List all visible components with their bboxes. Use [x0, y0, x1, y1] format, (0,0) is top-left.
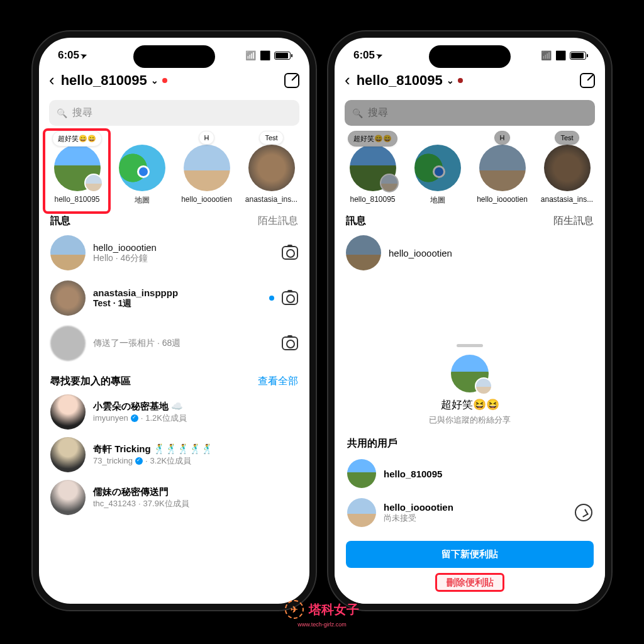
note-item-map: 地圖 [406, 133, 469, 206]
status-time: 6:05 [353, 49, 382, 62]
user-name: hello_810095 [384, 469, 442, 479]
messages-section-header: 訊息 陌生訊息 [39, 206, 309, 230]
search-icon [57, 108, 67, 119]
sheet-subtitle: 已與你追蹤的粉絲分享 [335, 414, 605, 426]
msg-name: hello_iooootien [389, 248, 594, 258]
notch [133, 45, 215, 68]
camera-icon[interactable] [282, 291, 298, 305]
back-button[interactable]: ‹ [49, 70, 55, 90]
shared-user-row[interactable]: hello_iooootien 尚未接受 [335, 493, 605, 532]
note-avatar [414, 145, 461, 191]
message-row: hello_iooootien [335, 230, 605, 275]
note-label: hello_iooootien [181, 195, 232, 204]
camera-icon[interactable] [282, 336, 298, 350]
note-label: 地圖 [135, 195, 150, 206]
channel-sub: imyunyen · 1.2K位成員 [93, 413, 187, 424]
battery-icon [274, 52, 291, 60]
section-title: 尋找要加入的專區 [50, 375, 131, 388]
avatar [50, 326, 86, 361]
note-avatar [54, 145, 101, 191]
avatar [50, 235, 86, 270]
chevron-down-icon: ⌄ [447, 75, 454, 86]
messenger-icon[interactable] [575, 504, 592, 521]
msg-sub: 傳送了一張相片 · 68週 [93, 338, 274, 349]
notes-row[interactable]: 超好笑😄😄 hello_810095 地圖 H hello_iooootien … [39, 131, 309, 206]
note-item-self[interactable]: 超好笑😄😄 hello_810095 [45, 133, 109, 206]
note-item[interactable]: Test anastasia_ins... [240, 133, 303, 206]
header: ‹ hello_810095 ⌄ [39, 65, 309, 95]
channel-row[interactable]: 小雲朵の秘密基地 ☁️ imyunyen · 1.2K位成員 [39, 391, 309, 433]
note-label: hello_iooootien [477, 195, 528, 204]
location-icon [375, 49, 382, 61]
channel-row[interactable]: 奇軒 Tricking 🕺🕺🕺🕺🕺 73_tricking · 3.2K位成員 [39, 433, 309, 476]
message-row[interactable]: hello_iooootien Hello · 46分鐘 [39, 230, 309, 275]
wifi-icon [260, 49, 270, 62]
channels-section-header: 尋找要加入的專區 查看全部 [39, 366, 309, 391]
channel-name: 奇軒 Tricking 🕺🕺🕺🕺🕺 [93, 443, 213, 455]
note-label: hello_810095 [350, 195, 395, 204]
status-time: 6:05 [58, 49, 87, 62]
signal-icon [541, 49, 552, 62]
note-item: Test anastasia_ins... [535, 133, 599, 206]
note-bubble: H [199, 131, 215, 145]
shared-user-row[interactable]: hello_810095 [335, 454, 605, 493]
see-all-link[interactable]: 查看全部 [258, 375, 298, 388]
message-requests-link[interactable]: 陌生訊息 [258, 214, 298, 228]
note-bubble: Test [259, 131, 283, 145]
avatar [347, 459, 376, 488]
avatar [50, 437, 86, 472]
notes-row: 超好笑😄😄 hello_810095 地圖 H hello_iooootien … [335, 131, 605, 206]
section-title: 訊息 [346, 214, 366, 228]
signal-icon [245, 49, 256, 62]
note-label: anastasia_ins... [245, 195, 297, 204]
location-icon [79, 49, 87, 61]
battery-icon [570, 52, 586, 60]
unread-dot [269, 296, 274, 301]
camera-icon[interactable] [282, 246, 298, 260]
avatar [50, 280, 86, 316]
message-requests-link: 陌生訊息 [553, 214, 594, 228]
back-button[interactable]: ‹ [345, 70, 350, 90]
status-icons [541, 49, 586, 62]
note-sub-avatar [475, 377, 492, 395]
phone-left: 6:05 ‹ hello_810095 ⌄ 搜尋 [33, 31, 316, 610]
sheet-avatar [451, 355, 489, 392]
channel-sub: thc_431243 · 37.9K位成員 [93, 498, 189, 509]
note-item: H hello_iooootien [470, 133, 534, 206]
avatar [50, 394, 86, 430]
header-title[interactable]: hello_810095 ⌄ [61, 72, 278, 89]
search-placeholder: 搜尋 [368, 106, 388, 119]
note-bubble: 超好笑😄😄 [348, 131, 397, 147]
note-item-self: 超好笑😄😄 hello_810095 [341, 133, 404, 206]
search-input[interactable]: 搜尋 [49, 100, 299, 126]
search-input[interactable]: 搜尋 [345, 100, 595, 126]
note-avatar [119, 145, 165, 191]
note-avatar [350, 145, 396, 191]
channel-row[interactable]: 儒妹の秘密傳送門 thc_431243 · 37.9K位成員 [39, 476, 309, 519]
sheet-section-label: 共用的用戶 [335, 426, 605, 454]
message-row[interactable]: 傳送了一張相片 · 68週 [39, 321, 309, 366]
compose-button[interactable] [284, 73, 299, 88]
note-bubble: 超好笑😄😄 [52, 131, 102, 147]
new-note-button[interactable]: 留下新便利貼 [346, 541, 594, 568]
message-row[interactable]: anastasia_inspppp Test · 1週 [39, 275, 309, 321]
note-sub-avatar [84, 174, 103, 192]
compose-button[interactable] [580, 73, 595, 88]
avatar [346, 235, 381, 270]
delete-note-button[interactable]: 刪除便利貼 [335, 568, 605, 592]
note-avatar [544, 145, 591, 191]
note-item[interactable]: H hello_iooootien [175, 133, 238, 206]
watermark-url: www.tech-girlz.com [297, 621, 347, 628]
note-label: hello_810095 [54, 195, 99, 204]
verified-icon [131, 414, 138, 422]
msg-name: hello_iooootien [93, 242, 274, 253]
search-icon [352, 108, 363, 119]
msg-sub: Test · 1週 [93, 298, 262, 309]
header-title[interactable]: hello_810095 ⌄ [357, 72, 574, 89]
sheet-handle[interactable] [457, 344, 483, 347]
note-sub-avatar [380, 174, 399, 192]
note-item-map[interactable]: 地圖 [110, 133, 174, 206]
section-title: 訊息 [50, 214, 70, 228]
notch [429, 45, 511, 68]
search-placeholder: 搜尋 [72, 106, 92, 119]
